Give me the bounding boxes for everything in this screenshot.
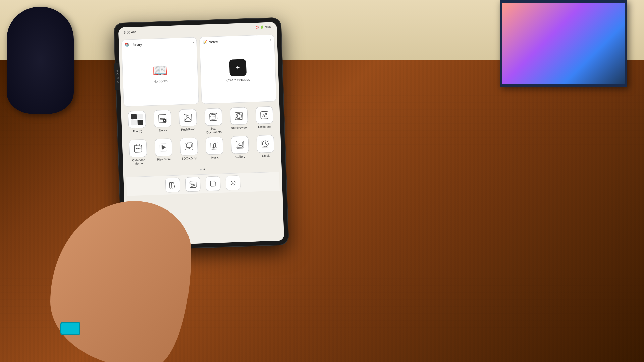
speaker-device [7,7,74,114]
app-item-pushread[interactable]: PushRead [177,109,199,135]
svg-rect-30 [172,182,173,188]
alarm-icon: ⏰ [255,26,259,29]
photo-frame [500,0,627,87]
create-notepad-label: Create Notepad [226,77,250,82]
notes-widget-title: 📝 Notes [202,39,218,44]
photo-image [502,3,625,84]
page-dots [126,166,279,173]
library-arrow-icon: › [193,41,194,44]
tool3-icon [128,111,146,129]
notes-widget-icon: 📝 [202,40,207,44]
status-time: 3:00 AM [124,30,136,34]
dock-store[interactable] [185,177,201,192]
page-dot-1 [200,169,202,170]
neobrowser-label: NeoBrowser [231,126,248,130]
gallery-icon [231,136,249,154]
pushread-icon [179,109,197,127]
svg-rect-16 [139,148,140,149]
svg-rect-14 [136,148,137,149]
app-item-calendarmemo[interactable]: Calendar Memo [127,139,149,166]
calendarmemo-icon [129,139,147,157]
notes-arrow-icon: › [270,38,272,42]
library-icon: 📚 [124,42,129,47]
library-widget-header: 📚 Library › [124,40,194,47]
tool3-label: Tool(3) [133,129,142,133]
notes-widget-body: + Create Notepad [203,44,273,97]
no-books-icon: 📖 [152,63,168,78]
watch [60,322,80,335]
booxdrop-label: BOOXDrop [182,156,197,160]
dock-bar [126,172,280,196]
dock-settings[interactable] [225,175,241,191]
app-item-clock[interactable]: Clock [255,135,276,162]
tool3-grid [128,111,146,128]
notes-widget-header: 📝 Notes › [202,38,271,44]
no-books-text: No books [153,79,168,83]
battery-percent: 98% [265,25,271,29]
svg-rect-29 [169,183,171,188]
music-label: Music [211,156,219,160]
neobrowser-icon [230,107,248,125]
scene: BOOX 3:00 AM ⏰ 🔋 98% [0,0,644,362]
svg-rect-11 [265,114,267,115]
library-widget[interactable]: 📚 Library › 📖 No books [121,37,199,107]
svg-rect-10 [265,113,267,114]
app-item-neobrowser[interactable]: NeoBrowser [228,107,250,134]
svg-point-34 [232,182,234,184]
pushread-label: PushRead [181,128,195,132]
status-icons: ⏰ 🔋 98% [255,25,271,29]
svg-rect-33 [193,184,195,186]
music-icon [205,136,223,155]
app-item-scandocs[interactable]: Scan Documents [203,108,224,135]
svg-rect-32 [191,184,193,186]
app-item-dictionary[interactable]: A Dictionary [254,106,275,133]
app-item-music[interactable]: Music [204,136,225,163]
library-widget-body: 📖 No books [125,47,196,100]
app-row-2: Calendar Memo Play Store [127,135,276,166]
svg-rect-12 [265,116,267,116]
scandocs-label: Scan Documents [204,127,224,135]
app-row-1: Tool(3) [126,106,275,137]
app-item-tool3[interactable]: Tool(3) [126,111,148,137]
clock-icon [256,135,274,153]
svg-text:A: A [262,113,265,118]
create-notepad-button[interactable]: + [229,59,247,76]
booxdrop-icon [180,137,198,156]
playstore-label: Play Store [157,157,171,161]
page-dot-2 [204,169,205,170]
app-item-booxdrop[interactable]: BOOXDrop [178,137,200,164]
calendarmemo-label: Calendar Memo [128,158,149,166]
playstore-icon [154,138,172,157]
app-item-notes[interactable]: Notes [152,110,173,136]
dictionary-icon: A [255,106,273,124]
dock-files[interactable] [205,176,221,191]
app-item-gallery[interactable]: Gallery [229,136,251,163]
gallery-label: Gallery [235,155,245,159]
clock-label: Clock [262,154,270,158]
svg-rect-15 [137,148,139,149]
battery-icon: 🔋 [260,25,264,29]
scandocs-icon [204,108,222,126]
dock-library[interactable] [165,177,181,193]
dictionary-label: Dictionary [258,125,271,129]
app-grid: Tool(3) [124,105,279,167]
svg-rect-31 [190,181,196,188]
widgets-row: 📚 Library › 📖 No books [121,34,277,107]
app-item-playstore[interactable]: Play Store [153,138,174,165]
notes-widget[interactable]: 📝 Notes › + Create Notepad [199,34,277,104]
notes-app-icon [153,110,171,128]
library-widget-title: 📚 Library [124,42,142,47]
boox-brand-text: BOOX [116,69,120,84]
notes-app-label: Notes [159,129,167,133]
